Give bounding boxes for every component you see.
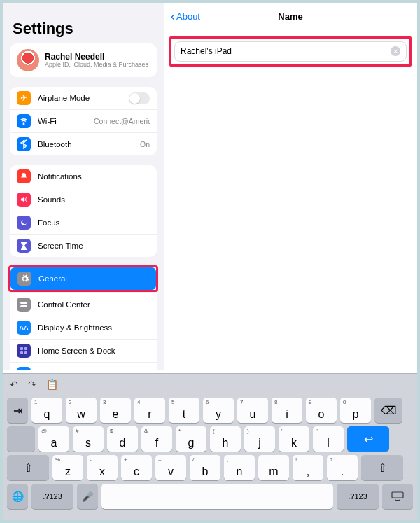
numbers-key-left[interactable]: .?123 bbox=[31, 484, 74, 509]
sidebar-item-control-center[interactable]: Control Center bbox=[10, 293, 157, 316]
numbers-key-right[interactable]: .?123 bbox=[337, 484, 379, 509]
key-c[interactable]: +c bbox=[121, 455, 152, 480]
profile-card[interactable]: Rachel Needell Apple ID, iCloud, Media &… bbox=[10, 43, 157, 77]
hide-keyboard-key[interactable] bbox=[382, 484, 413, 509]
key-b[interactable]: /b bbox=[190, 455, 220, 480]
key-h[interactable]: (h bbox=[210, 426, 241, 452]
device-name-field[interactable]: Rachel's iPad ✕ bbox=[174, 41, 407, 62]
space-key[interactable] bbox=[102, 484, 333, 509]
sidebar-item-sounds[interactable]: Sounds bbox=[10, 188, 157, 211]
back-button[interactable]: ‹ About bbox=[171, 10, 200, 22]
globe-key[interactable]: 🌐 bbox=[7, 484, 28, 509]
sidebar-item-homescreen[interactable]: Home Screen & Dock bbox=[10, 339, 157, 362]
backspace-key[interactable]: ⌫ bbox=[374, 398, 402, 423]
key-a[interactable]: @a bbox=[38, 426, 69, 452]
device-name-input[interactable]: Rachel's iPad bbox=[181, 46, 391, 57]
svg-rect-4 bbox=[24, 347, 27, 350]
bell-icon bbox=[17, 169, 31, 183]
detail-pane: ‹ About Name Rachel's iPad ✕ bbox=[164, 3, 417, 370]
sidebar-item-focus[interactable]: Focus bbox=[10, 211, 157, 234]
svg-rect-9 bbox=[392, 492, 403, 498]
svg-rect-3 bbox=[20, 347, 23, 350]
settings-sidebar: Settings Rachel Needell Apple ID, iCloud… bbox=[3, 3, 164, 370]
key-r[interactable]: 4r bbox=[134, 398, 165, 423]
key-s[interactable]: #s bbox=[73, 426, 104, 452]
hourglass-icon bbox=[17, 239, 31, 253]
chevron-left-icon: ‹ bbox=[171, 10, 175, 22]
detail-header: ‹ About Name bbox=[164, 3, 417, 29]
sidebar-item-screentime[interactable]: Screen Time bbox=[10, 234, 157, 257]
notifications-group: Notifications Sounds Focus Screen Time bbox=[10, 165, 157, 257]
display-group: Control Center AA Display & Brightness H… bbox=[10, 293, 157, 370]
key-t[interactable]: 5t bbox=[169, 398, 200, 423]
keyboard-row-4: 🌐 .?123 🎤 .?123 bbox=[7, 484, 413, 509]
detail-title: Name bbox=[278, 11, 302, 22]
bluetooth-icon bbox=[17, 137, 31, 151]
svg-point-7 bbox=[20, 370, 28, 370]
general-highlight: General bbox=[8, 265, 158, 292]
key-v[interactable]: =v bbox=[155, 455, 186, 480]
key-f[interactable]: &f bbox=[141, 426, 172, 452]
airplane-icon: ✈ bbox=[17, 91, 31, 105]
dictation-key[interactable]: 🎤 bbox=[77, 484, 98, 509]
sidebar-item-wifi[interactable]: Wi-Fi Connect@AmericInn bbox=[10, 109, 157, 132]
connectivity-group: ✈ Airplane Mode Wi-Fi Connect@AmericInn … bbox=[10, 87, 157, 155]
settings-title: Settings bbox=[13, 20, 154, 38]
svg-rect-2 bbox=[20, 305, 27, 307]
keyboard-toolbar: ↶ ↷ 📋 bbox=[3, 374, 417, 395]
return-key[interactable]: ↩ bbox=[347, 426, 389, 452]
keyboard-row-1: ⇥ 1q2w3e4r5t6y7u8i9o0p ⌫ bbox=[7, 398, 413, 423]
profile-name: Rachel Needell bbox=[45, 52, 148, 62]
tab-key[interactable]: ⇥ bbox=[7, 398, 28, 423]
moon-icon bbox=[17, 216, 31, 230]
undo-icon[interactable]: ↶ bbox=[10, 379, 18, 390]
key-x[interactable]: -x bbox=[87, 455, 118, 480]
accessibility-icon bbox=[17, 367, 31, 370]
sidebar-item-display[interactable]: AA Display & Brightness bbox=[10, 316, 157, 339]
text-cursor bbox=[232, 47, 232, 57]
key-i[interactable]: 8i bbox=[272, 398, 302, 423]
key-.[interactable]: ?. bbox=[327, 455, 358, 480]
profile-subtitle: Apple ID, iCloud, Media & Purchases bbox=[45, 62, 148, 69]
caps-key[interactable] bbox=[7, 426, 35, 452]
key-j[interactable]: )j bbox=[244, 426, 275, 452]
on-screen-keyboard: ↶ ↷ 📋 ⇥ 1q2w3e4r5t6y7u8i9o0p ⌫ @a#s$d&f*… bbox=[3, 373, 417, 520]
key-e[interactable]: 3e bbox=[100, 398, 131, 423]
svg-rect-6 bbox=[24, 351, 27, 354]
app-split-view: Settings Rachel Needell Apple ID, iCloud… bbox=[3, 3, 417, 370]
svg-point-0 bbox=[23, 123, 24, 125]
key-q[interactable]: 1q bbox=[31, 398, 62, 423]
shift-key-right[interactable]: ⇧ bbox=[361, 455, 403, 480]
sidebar-item-accessibility[interactable]: Accessibility bbox=[10, 362, 157, 370]
shift-key-left[interactable]: ⇧ bbox=[7, 455, 49, 480]
key-k[interactable]: 'k bbox=[279, 426, 309, 452]
key-,[interactable]: !, bbox=[293, 455, 323, 480]
name-field-highlight: Rachel's iPad ✕ bbox=[169, 36, 412, 67]
wifi-icon bbox=[17, 114, 31, 128]
redo-icon[interactable]: ↷ bbox=[28, 379, 36, 390]
clipboard-icon[interactable]: 📋 bbox=[46, 379, 58, 390]
speaker-icon bbox=[17, 193, 31, 207]
key-p[interactable]: 0p bbox=[340, 398, 371, 423]
key-l[interactable]: "l bbox=[313, 426, 344, 452]
key-g[interactable]: *g bbox=[176, 426, 206, 452]
keyboard-row-2: @a#s$d&f*g(h)j'k"l ↩ bbox=[7, 426, 413, 452]
svg-rect-1 bbox=[20, 302, 27, 304]
clear-icon[interactable]: ✕ bbox=[391, 46, 400, 56]
sidebar-item-bluetooth[interactable]: Bluetooth On bbox=[10, 132, 157, 155]
key-n[interactable]: ;n bbox=[224, 455, 255, 480]
key-o[interactable]: 9o bbox=[306, 398, 337, 423]
sidebar-item-notifications[interactable]: Notifications bbox=[10, 165, 157, 188]
key-z[interactable]: %z bbox=[52, 455, 83, 480]
switches-icon bbox=[17, 298, 31, 312]
key-u[interactable]: 7u bbox=[237, 398, 268, 423]
airplane-toggle[interactable] bbox=[129, 92, 150, 104]
key-d[interactable]: $d bbox=[107, 426, 138, 452]
text-size-icon: AA bbox=[17, 321, 31, 335]
sidebar-item-general[interactable]: General bbox=[10, 267, 156, 290]
avatar bbox=[17, 49, 39, 71]
key-y[interactable]: 6y bbox=[203, 398, 234, 423]
key-w[interactable]: 2w bbox=[66, 398, 97, 423]
key-m[interactable]: :m bbox=[258, 455, 289, 480]
sidebar-item-airplane[interactable]: ✈ Airplane Mode bbox=[10, 87, 157, 109]
